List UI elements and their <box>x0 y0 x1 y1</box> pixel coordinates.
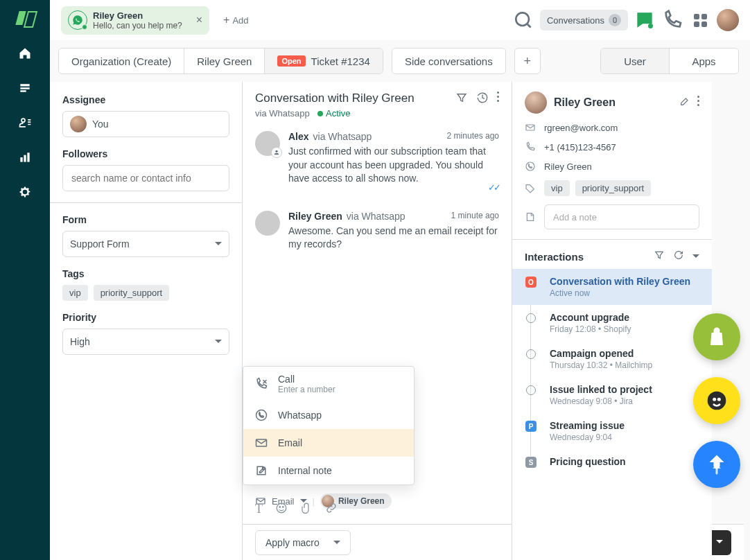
message-author: Alex <box>288 131 309 142</box>
user-phone: +1 (415)123-4567 <box>544 142 616 152</box>
priority-label: Priority <box>62 312 229 323</box>
svg-point-15 <box>717 398 721 401</box>
user-email: rgreen@work.com <box>544 123 618 133</box>
top-bar: Riley Green Hello, can you help me? × +A… <box>50 0 750 40</box>
message: Riley Green via Whatsapp 1 minute ago Aw… <box>243 204 512 259</box>
tab-organization[interactable]: Organization (Create) <box>59 49 184 73</box>
message-time: 1 minute ago <box>451 211 499 220</box>
jira-integration-button[interactable] <box>693 441 740 488</box>
chat-icon[interactable] <box>634 9 656 31</box>
interaction-item[interactable]: Account upgradeFriday 12:08 • Shopify <box>525 305 699 341</box>
edit-icon[interactable] <box>679 96 690 110</box>
svg-point-3 <box>516 12 529 26</box>
filter-icon[interactable] <box>654 250 665 263</box>
link-icon[interactable] <box>325 502 338 517</box>
form-label: Form <box>62 214 229 225</box>
tab-ticket[interactable]: Open Ticket #1234 <box>265 49 382 73</box>
context-panel: Riley Green rgreen@work.com +1 (415)123-… <box>512 82 712 560</box>
tab-subtitle: Hello, can you help me? <box>93 21 182 30</box>
message: Alex via Whatsapp 2 minutes ago Just con… <box>243 124 512 198</box>
form-select[interactable]: Support Form <box>62 231 229 257</box>
read-receipt-icon: ✓✓ <box>488 182 499 194</box>
assignee-select[interactable]: You <box>62 111 229 137</box>
event-dot-icon <box>526 385 536 395</box>
tab-side-conversations[interactable]: Side conversations <box>392 49 505 73</box>
email-icon <box>525 122 536 133</box>
interactions-section: Interactions O Conversation with Riley G… <box>512 240 712 485</box>
apply-macro-button[interactable]: Apply macro <box>255 530 351 555</box>
add-side-conv-button[interactable]: + <box>514 48 541 74</box>
chevron-down-icon[interactable] <box>692 254 699 261</box>
more-icon[interactable] <box>697 96 699 110</box>
channel-picker-menu: CallEnter a number Whatsapp Email Intern… <box>243 366 415 485</box>
interaction-item[interactable]: O Conversation with Riley GreenActive no… <box>512 269 712 305</box>
message-channel: via Whatsapp <box>347 211 405 222</box>
shopify-integration-button[interactable] <box>693 313 740 360</box>
tag-icon <box>525 183 536 194</box>
context-tabs: Organization (Create) Riley Green Open T… <box>58 46 739 76</box>
tab-user[interactable]: User <box>601 49 670 73</box>
assignee-label: Assignee <box>62 94 229 105</box>
history-icon[interactable] <box>476 91 489 107</box>
interactions-label: Interactions <box>525 251 584 263</box>
svg-point-14 <box>713 398 716 401</box>
solved-ticket-icon: S <box>525 457 537 468</box>
open-ticket-icon: O <box>525 277 537 288</box>
message-avatar <box>255 131 280 156</box>
followers-label: Followers <box>62 148 229 159</box>
tab-contact[interactable]: Riley Green <box>184 49 265 73</box>
tag-item[interactable]: vip <box>62 285 88 301</box>
conversation-header: Conversation with Riley Green via Whatsa… <box>243 82 512 124</box>
channel-option-email[interactable]: Email <box>243 429 414 457</box>
interaction-item[interactable]: Campaign openedThursday 10:32 • Mailchim… <box>525 341 699 377</box>
note-icon <box>525 211 536 222</box>
tab-apps[interactable]: Apps <box>670 49 738 73</box>
conversations-button[interactable]: Conversations 0 <box>540 10 628 30</box>
followers-field[interactable] <box>70 172 222 184</box>
channel-option-call[interactable]: CallEnter a number <box>243 367 414 401</box>
customers-icon[interactable] <box>17 115 33 130</box>
add-note-input[interactable]: Add a note <box>544 204 699 229</box>
svg-point-9 <box>279 507 281 508</box>
mailchimp-integration-button[interactable] <box>693 377 740 424</box>
settings-icon[interactable] <box>17 184 33 200</box>
filter-icon[interactable] <box>455 91 468 107</box>
tab-title: Riley Green <box>93 10 182 21</box>
interaction-item[interactable]: Issue linked to projectWednesday 9:08 • … <box>525 377 699 413</box>
message-text: Awesome. Can you send me an email receip… <box>288 225 499 252</box>
user-details: Riley Green rgreen@work.com +1 (415)123-… <box>512 82 712 240</box>
interaction-item[interactable]: S Pricing question <box>525 449 699 475</box>
emoji-icon[interactable] <box>275 502 288 517</box>
interaction-item[interactable]: P Streaming issueWednesday 9:04 <box>525 413 699 449</box>
search-icon[interactable] <box>512 9 534 31</box>
views-icon[interactable] <box>17 80 33 96</box>
svg-rect-0 <box>20 157 22 162</box>
message-author: Riley Green <box>288 211 342 222</box>
channel-option-whatsapp[interactable]: Whatsapp <box>243 401 414 429</box>
tag-item[interactable]: priority_support <box>575 180 652 196</box>
reporting-icon[interactable] <box>17 150 33 165</box>
tag-item[interactable]: vip <box>544 180 570 196</box>
followers-input[interactable] <box>62 165 229 191</box>
close-tab-icon[interactable]: × <box>196 14 202 26</box>
attachment-icon[interactable] <box>300 502 313 517</box>
user-name: Riley Green <box>554 96 616 109</box>
assignee-avatar <box>70 116 87 132</box>
text-format-icon[interactable]: T <box>255 502 263 517</box>
global-nav <box>0 0 50 560</box>
channel-option-note[interactable]: Internal note <box>243 457 414 484</box>
message-time: 2 minutes ago <box>447 131 499 141</box>
refresh-icon[interactable] <box>673 250 684 263</box>
home-icon[interactable] <box>17 46 33 61</box>
message-avatar <box>255 211 280 236</box>
tag-item[interactable]: priority_support <box>94 285 170 301</box>
pending-ticket-icon: P <box>525 421 537 432</box>
current-user-avatar[interactable] <box>717 9 739 31</box>
more-icon[interactable] <box>497 91 499 107</box>
add-tab-button[interactable]: +Add <box>215 14 256 26</box>
priority-select[interactable]: High <box>62 329 229 355</box>
apps-grid-icon[interactable] <box>689 9 711 31</box>
call-icon[interactable] <box>661 9 683 31</box>
conversation-tab[interactable]: Riley Green Hello, can you help me? × <box>61 6 209 35</box>
conversations-count: 0 <box>609 14 621 26</box>
